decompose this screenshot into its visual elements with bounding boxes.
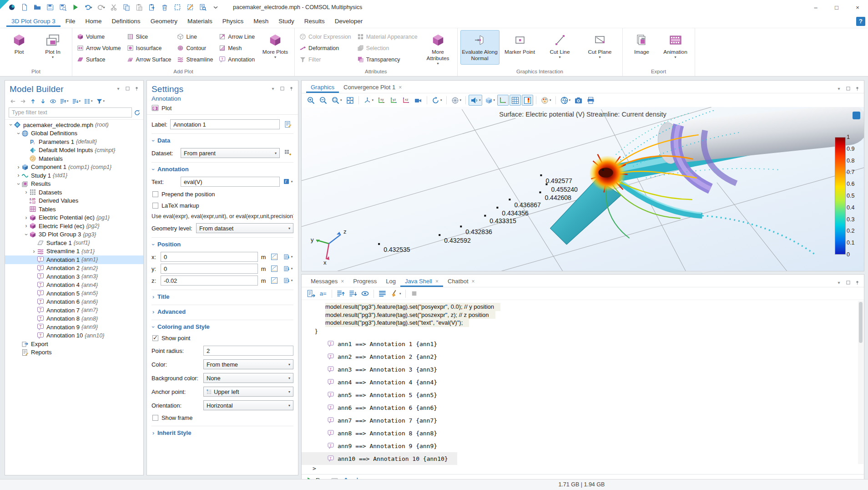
refresh-icon[interactable] bbox=[134, 109, 141, 116]
background-color-combobox[interactable]: None▾ bbox=[203, 373, 293, 383]
ribbon-small-button[interactable]: T Annotation bbox=[217, 54, 258, 65]
tree-chevron-icon[interactable]: › bbox=[15, 164, 21, 170]
geometry-level-combobox[interactable]: From dataset▾ bbox=[196, 223, 293, 233]
menu-item[interactable]: Physics bbox=[217, 15, 249, 27]
ribbon-small-button[interactable]: Selection bbox=[355, 42, 421, 54]
graphics-tool-button[interactable]: ▾ bbox=[318, 95, 329, 106]
ribbon-big-button[interactable]: More Plots ▾ bbox=[259, 30, 292, 65]
settings-plot-button[interactable]: Plot bbox=[161, 105, 172, 112]
menu-item[interactable]: Mesh bbox=[248, 15, 273, 27]
tree-item[interactable]: › Tables bbox=[5, 205, 143, 214]
section-data[interactable]: ›Data bbox=[151, 133, 293, 146]
ribbon-small-button[interactable]: Arrow Line bbox=[217, 31, 258, 42]
tree-item[interactable]: › Surface 1 {surf1} bbox=[5, 239, 143, 247]
menu-item[interactable]: File bbox=[61, 15, 81, 27]
graphics-tool-button[interactable]: ▾ bbox=[305, 95, 317, 106]
shell-tool-button[interactable]: ▾ bbox=[332, 290, 332, 298]
section-coloring-style[interactable]: ›Coloring and Style bbox=[151, 320, 293, 332]
graphics-tool-button[interactable]: xz ▾ bbox=[400, 95, 412, 106]
ribbon-small-button[interactable]: Mesh bbox=[217, 42, 258, 54]
ribbon-small-button[interactable]: Transparency bbox=[355, 54, 421, 65]
anchor-point-combobox[interactable]: Upper left▾ bbox=[203, 387, 293, 397]
quick-access-button[interactable]: ▾ bbox=[159, 2, 170, 12]
graphics-tool-button[interactable]: ▾ bbox=[483, 95, 497, 106]
panel-menu-icon[interactable]: ▾ bbox=[836, 85, 842, 92]
menu-item[interactable]: Results bbox=[299, 15, 330, 27]
ribbon-small-button[interactable]: Deformation bbox=[298, 42, 354, 54]
tree-chevron-icon[interactable]: › bbox=[15, 172, 21, 179]
quick-access-button[interactable]: ▾ bbox=[134, 2, 145, 12]
tree-item[interactable]: › Reports bbox=[5, 348, 143, 357]
tree-item[interactable]: › Electric Field (ec) {pg2} bbox=[5, 222, 143, 230]
model-builder-tool-button[interactable]: ▾ bbox=[59, 97, 70, 106]
field-options-icon[interactable]: ▾ bbox=[283, 252, 293, 262]
model-builder-tool-button[interactable]: ▾ bbox=[29, 97, 37, 106]
tree-item[interactable]: › Pi Parameters 1 {default} bbox=[5, 138, 143, 146]
tree-item[interactable]: › T Annotation 7 {ann7} bbox=[5, 306, 143, 315]
console-tab[interactable]: Chatbot × bbox=[443, 276, 479, 287]
tree-chevron-icon[interactable]: › bbox=[8, 122, 14, 128]
section-title[interactable]: ›Title bbox=[151, 290, 293, 302]
model-builder-tool-button[interactable]: ▾ bbox=[95, 97, 106, 106]
prepend-position-checkbox[interactable] bbox=[152, 191, 158, 197]
menu-item[interactable]: Home bbox=[81, 15, 107, 27]
graphics-tool-button[interactable]: ▾ bbox=[430, 95, 444, 106]
tree-item[interactable]: › Component 1 (comp1) {comp1} bbox=[5, 163, 143, 172]
ribbon-small-button[interactable]: Slice bbox=[125, 31, 175, 42]
float-icon[interactable] bbox=[845, 85, 851, 92]
expression-helper-icon[interactable]: f▾ bbox=[283, 177, 293, 187]
ribbon-big-button[interactable]: Plot In ▾ bbox=[36, 30, 69, 65]
panel-menu-icon[interactable]: ▾ bbox=[115, 85, 121, 92]
ribbon-small-button[interactable]: Isosurface bbox=[125, 42, 175, 54]
close-tab-icon[interactable]: × bbox=[472, 278, 475, 285]
shell-tool-button[interactable]: ▾ bbox=[405, 290, 406, 298]
graphics-tool-button[interactable]: ▾ bbox=[330, 95, 343, 106]
show-point-checkbox[interactable] bbox=[152, 335, 158, 341]
graphics-tool-button[interactable]: ▾ bbox=[427, 96, 427, 104]
quick-access-button[interactable]: ▾ bbox=[146, 2, 157, 12]
graphics-tool-button[interactable]: ▾ bbox=[469, 95, 482, 106]
tree-chevron-icon[interactable]: › bbox=[15, 130, 22, 136]
ribbon-small-button[interactable]: Contour bbox=[175, 42, 216, 54]
position-input[interactable] bbox=[161, 264, 258, 274]
graphics-tool-button[interactable]: ▾ bbox=[573, 95, 584, 106]
graphics-tool-button[interactable]: xy ▾ bbox=[376, 95, 387, 106]
menu-item[interactable]: Materials bbox=[182, 15, 217, 27]
tree-item[interactable]: › Materials bbox=[5, 154, 143, 163]
ribbon-small-button[interactable]: Material Appearance bbox=[355, 31, 421, 42]
ribbon-small-button[interactable]: Arrow Volume bbox=[75, 42, 124, 54]
minimize-button[interactable]: – bbox=[805, 0, 826, 15]
menu-item[interactable]: Definitions bbox=[107, 15, 146, 27]
graphics-tab[interactable]: Graphics × bbox=[306, 82, 339, 93]
info-icon[interactable] bbox=[853, 112, 860, 119]
graphics-tool-button[interactable]: ▾ bbox=[497, 95, 509, 106]
ribbon-big-button[interactable]: Cut Line ▾ bbox=[540, 30, 580, 65]
panel-menu-icon[interactable]: ▾ bbox=[270, 85, 276, 92]
section-inherit-style[interactable]: ›Inherit Style bbox=[151, 426, 293, 439]
tree-item[interactable]: › Electric Potential (ec) {pg1} bbox=[5, 214, 143, 222]
tree-item[interactable]: › Global Definitions bbox=[5, 129, 143, 138]
quick-access-button[interactable]: ▾ bbox=[185, 2, 196, 12]
shell-tool-button[interactable]: ▾ bbox=[347, 288, 358, 299]
quick-access-button[interactable]: ▾ bbox=[96, 2, 106, 12]
graphics-tool-button[interactable]: ▾ bbox=[559, 95, 572, 106]
tree-item[interactable]: › Export bbox=[5, 340, 143, 348]
add-dataset-icon[interactable] bbox=[283, 148, 293, 158]
close-tab-icon[interactable]: × bbox=[341, 278, 344, 285]
section-annotation[interactable]: ›Annotation bbox=[151, 162, 293, 175]
ribbon-big-button[interactable]: Cut Plane ▾ bbox=[580, 30, 620, 65]
tree-item[interactable]: › Default Model Inputs {cminpt} bbox=[5, 146, 143, 155]
shell-tool-button[interactable]: ▾ bbox=[377, 288, 388, 299]
quick-access-button[interactable]: ▾ bbox=[32, 2, 43, 12]
orientation-combobox[interactable]: Horizontal▾ bbox=[203, 400, 293, 410]
field-options-icon[interactable]: ▾ bbox=[283, 264, 293, 274]
quick-access-button[interactable]: ▾ bbox=[197, 2, 208, 12]
graphics-tool-button[interactable]: ▾ bbox=[522, 95, 533, 106]
ribbon-small-button[interactable]: Filter bbox=[298, 54, 354, 65]
pin-icon[interactable] bbox=[854, 85, 860, 92]
tree-chevron-icon[interactable]: › bbox=[23, 189, 29, 195]
console-tab[interactable]: Log × bbox=[381, 276, 400, 287]
graphics-tool-button[interactable]: yz ▾ bbox=[388, 95, 399, 106]
range-icon[interactable] bbox=[269, 276, 280, 286]
ribbon-small-button[interactable]: Color Expression bbox=[298, 31, 354, 42]
